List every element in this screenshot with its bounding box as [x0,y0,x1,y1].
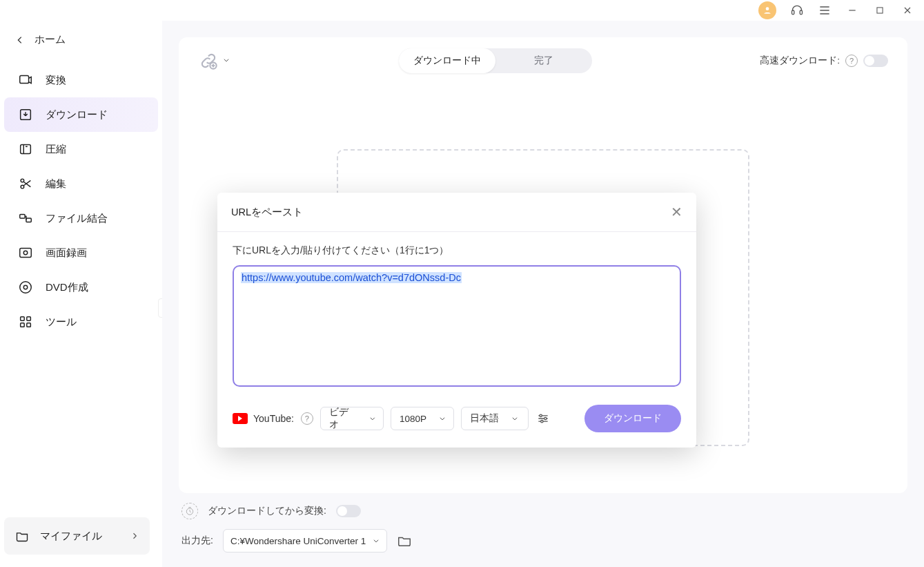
svg-point-8 [23,251,28,255]
myfile-button[interactable]: マイファイル [4,517,150,555]
record-icon [18,245,33,260]
tab-downloading[interactable]: ダウンロード中 [399,48,495,73]
svg-rect-7 [20,249,32,258]
download-icon [18,107,33,122]
site-label: YouTube: [253,413,294,424]
tab-done[interactable]: 完了 [495,48,592,73]
close-icon[interactable] [901,3,914,17]
sidebar-item-merge[interactable]: ファイル結合 [4,201,158,236]
support-icon[interactable] [790,3,804,17]
format-select[interactable]: ビデオ [320,407,384,430]
modal-close-icon[interactable]: ✕ [671,204,682,220]
chevron-down-icon [369,415,376,422]
svg-point-20 [540,414,542,416]
chevron-down-icon [439,415,446,422]
sidebar-item-label: DVD作成 [46,281,88,294]
convert-after-toggle[interactable] [336,505,361,517]
sidebar-item-record[interactable]: 画面録画 [4,236,158,270]
titlebar [162,0,924,21]
addlink-menu[interactable] [223,57,231,65]
svg-rect-14 [27,323,31,327]
svg-rect-18 [877,8,883,13]
sidebar-item-dvd[interactable]: DVD作成 [4,270,158,305]
help-icon[interactable]: ? [845,55,858,67]
sidebar-item-label: 変換 [46,74,66,87]
hamburger-icon[interactable] [818,3,832,17]
svg-rect-13 [21,323,25,327]
chevron-right-icon [130,532,139,540]
home-link[interactable]: ホーム [0,26,162,63]
site-indicator: YouTube: [233,413,294,424]
sidebar-item-convert[interactable]: 変換 [4,63,158,97]
add-link-icon[interactable] [198,50,219,71]
sidebar-item-label: ファイル結合 [46,212,108,225]
svg-rect-0 [20,76,29,84]
url-value: https://www.youtube.com/watch?v=d7dONssd… [241,272,462,283]
sidebar-item-label: ダウンロード [46,108,108,122]
paste-url-modal: URLをペースト ✕ 下にURLを入力/貼り付けてください（1行に1つ） htt… [217,193,696,448]
sidebar: ホーム 変換 ダウンロード 圧縮 編集 ファイル結合 画面録画 DVD作成 [0,0,162,567]
svg-rect-5 [20,215,25,219]
svg-point-4 [21,185,24,189]
chevron-left-icon [15,35,25,45]
dvd-icon [18,280,33,295]
merge-icon [18,211,33,226]
svg-point-10 [23,285,28,289]
svg-point-15 [766,7,769,10]
myfile-label: マイファイル [40,530,102,543]
svg-point-21 [544,417,547,419]
avatar[interactable] [758,1,776,19]
open-folder-icon[interactable] [397,533,412,548]
sidebar-item-label: ツール [46,316,77,329]
fast-download-toggle[interactable] [863,55,888,67]
grid-icon [18,314,33,329]
minimize-icon[interactable] [845,3,859,17]
sidebar-item-download[interactable]: ダウンロード [4,97,158,132]
quality-select[interactable]: 1080P [391,407,454,430]
svg-rect-11 [21,317,25,321]
tabs: ダウンロード中 完了 [399,48,592,73]
svg-rect-17 [800,10,802,15]
svg-point-22 [541,421,543,423]
main-area: ダウンロード中 完了 高速ダウンロード: ? 2. 複数のURLを同時にダウンロ… [162,0,924,567]
sidebar-item-compress[interactable]: 圧縮 [4,132,158,166]
chevron-down-icon [373,537,380,544]
chevron-down-icon [511,415,518,422]
scissors-icon [18,176,33,191]
fast-download-label: 高速ダウンロード: [760,55,840,67]
svg-point-3 [21,179,24,182]
sidebar-item-label: 圧縮 [46,143,66,156]
timer-icon [181,503,198,519]
language-select[interactable]: 日本語 [461,407,529,430]
youtube-icon [233,413,248,424]
folder-icon [15,529,29,543]
url-textarea[interactable]: https://www.youtube.com/watch?v=d7dONssd… [233,265,681,387]
sidebar-item-tools[interactable]: ツール [4,305,158,339]
convert-after-label: ダウンロードしてから変換: [208,505,326,517]
maximize-icon[interactable] [873,3,887,17]
content-card: ダウンロード中 完了 高速ダウンロード: ? 2. 複数のURLを同時にダウンロ… [179,37,907,493]
home-label: ホーム [35,33,66,46]
help-icon[interactable]: ? [301,412,313,425]
modal-instruction: 下にURLを入力/貼り付けてください（1行に1つ） [233,244,681,257]
svg-point-9 [20,282,32,294]
modal-title: URLをペースト [231,206,303,219]
svg-rect-16 [792,10,794,15]
svg-rect-6 [26,218,31,222]
convert-icon [18,73,33,88]
compress-icon [18,142,33,157]
output-path-select[interactable]: C:¥Wondershare UniConverter 1 [223,529,387,552]
sidebar-item-label: 画面録画 [46,247,87,260]
sidebar-item-label: 編集 [46,177,66,191]
footer: ダウンロードしてから変換: 出力先: C:¥Wondershare UniCon… [162,493,924,559]
settings-icon[interactable] [535,411,551,426]
output-label: 出力先: [181,535,213,547]
download-button[interactable]: ダウンロード [584,405,681,432]
sidebar-item-edit[interactable]: 編集 [4,166,158,201]
svg-rect-12 [27,317,31,321]
svg-rect-2 [21,145,31,154]
